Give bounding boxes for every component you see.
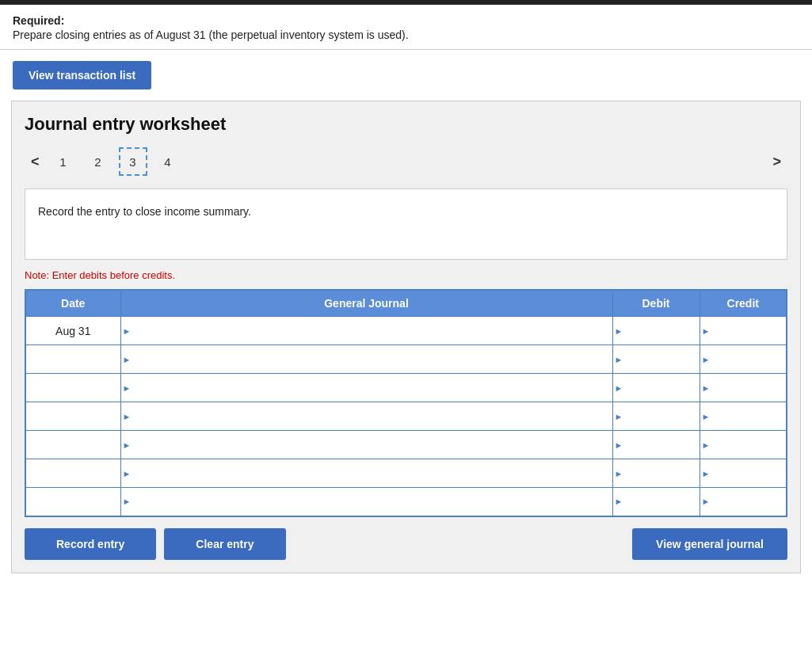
date-cell-4	[25, 402, 120, 431]
gj-input-7[interactable]	[121, 488, 612, 516]
debit-cell-5[interactable]: ►	[612, 431, 700, 459]
worksheet-title: Journal entry worksheet	[25, 114, 787, 135]
credit-cell-4[interactable]: ►	[700, 402, 787, 431]
gj-input-4[interactable]	[121, 402, 612, 430]
gj-cell-5[interactable]: ►	[120, 431, 612, 459]
credit-input-7[interactable]	[700, 488, 787, 516]
gj-cell-4[interactable]: ►	[120, 402, 612, 431]
credit-input-3[interactable]	[700, 374, 787, 402]
gj-input-1[interactable]	[121, 317, 612, 345]
table-row: ► ► ►	[25, 459, 787, 488]
instruction-text: Prepare closing entries as of August 31 …	[13, 29, 799, 41]
debit-cell-2[interactable]: ►	[612, 345, 700, 374]
table-row: ► ► ►	[25, 345, 787, 374]
debit-input-6[interactable]	[613, 459, 700, 487]
credit-input-6[interactable]	[700, 459, 787, 487]
gj-cell-3[interactable]: ►	[120, 374, 612, 402]
debit-cell-7[interactable]: ►	[612, 488, 700, 516]
date-cell-6	[25, 459, 120, 488]
next-page-button[interactable]: >	[766, 150, 787, 173]
view-transaction-button[interactable]: View transaction list	[13, 61, 151, 89]
debit-input-1[interactable]	[613, 317, 700, 345]
debit-input-4[interactable]	[613, 402, 700, 430]
view-general-journal-button[interactable]: View general journal	[632, 528, 787, 560]
journal-table: Date General Journal Debit Credit Aug 31…	[25, 289, 787, 517]
header-section: Required: Prepare closing entries as of …	[0, 5, 812, 50]
date-cell-5	[25, 431, 120, 459]
note-text: Note: Enter debits before credits.	[25, 269, 787, 281]
gj-input-5[interactable]	[121, 431, 612, 459]
debit-cell-1[interactable]: ►	[612, 317, 700, 345]
record-entry-button[interactable]: Record entry	[25, 528, 156, 560]
gj-input-3[interactable]	[121, 374, 612, 402]
debit-input-7[interactable]	[613, 488, 700, 516]
debit-input-5[interactable]	[613, 431, 700, 459]
table-row: ► ► ►	[25, 374, 787, 402]
debit-cell-4[interactable]: ►	[612, 402, 700, 431]
credit-input-1[interactable]	[700, 317, 787, 345]
debit-input-3[interactable]	[613, 374, 700, 402]
entry-instruction-box: Record the entry to close income summary…	[25, 188, 787, 260]
gj-cell-7[interactable]: ►	[120, 488, 612, 516]
col-header-credit: Credit	[700, 290, 787, 317]
date-cell-3	[25, 374, 120, 402]
credit-cell-5[interactable]: ►	[700, 431, 787, 459]
worksheet-container: Journal entry worksheet < 1 2 3 4 > Reco…	[11, 101, 801, 573]
required-label: Required:	[13, 14, 799, 27]
prev-page-button[interactable]: <	[25, 150, 46, 173]
page-3-active[interactable]: 3	[119, 147, 147, 176]
gj-cell-6[interactable]: ►	[120, 459, 612, 488]
gj-cell-2[interactable]: ►	[120, 345, 612, 374]
table-row: ► ► ►	[25, 431, 787, 459]
col-header-general-journal: General Journal	[120, 290, 612, 317]
table-row: ► ► ►	[25, 488, 787, 516]
credit-cell-7[interactable]: ►	[700, 488, 787, 516]
debit-cell-3[interactable]: ►	[612, 374, 700, 402]
table-row: ► ► ►	[25, 402, 787, 431]
debit-input-2[interactable]	[613, 345, 700, 373]
clear-entry-button[interactable]: Clear entry	[164, 528, 285, 560]
date-cell-1: Aug 31	[25, 317, 120, 345]
table-row: Aug 31 ► ► ►	[25, 317, 787, 345]
credit-cell-6[interactable]: ►	[700, 459, 787, 488]
debit-cell-6[interactable]: ►	[612, 459, 700, 488]
page-1[interactable]: 1	[49, 147, 78, 176]
credit-cell-3[interactable]: ►	[700, 374, 787, 402]
date-cell-7	[25, 488, 120, 516]
credit-input-5[interactable]	[700, 431, 787, 459]
page-4[interactable]: 4	[154, 147, 182, 176]
credit-input-4[interactable]	[700, 402, 787, 430]
date-cell-2	[25, 345, 120, 374]
credit-input-2[interactable]	[700, 345, 787, 373]
view-btn-section: View transaction list	[0, 50, 812, 101]
gj-input-2[interactable]	[121, 345, 612, 373]
page-2[interactable]: 2	[84, 147, 112, 176]
col-header-date: Date	[25, 290, 120, 317]
gj-cell-1[interactable]: ►	[120, 317, 612, 345]
entry-instruction-text: Record the entry to close income summary…	[38, 205, 251, 218]
credit-cell-1[interactable]: ►	[700, 317, 787, 345]
gj-input-6[interactable]	[121, 459, 612, 487]
pagination: < 1 2 3 4 >	[25, 147, 787, 176]
col-header-debit: Debit	[612, 290, 700, 317]
credit-cell-2[interactable]: ►	[700, 345, 787, 374]
bottom-buttons: Record entry Clear entry View general jo…	[25, 528, 787, 560]
